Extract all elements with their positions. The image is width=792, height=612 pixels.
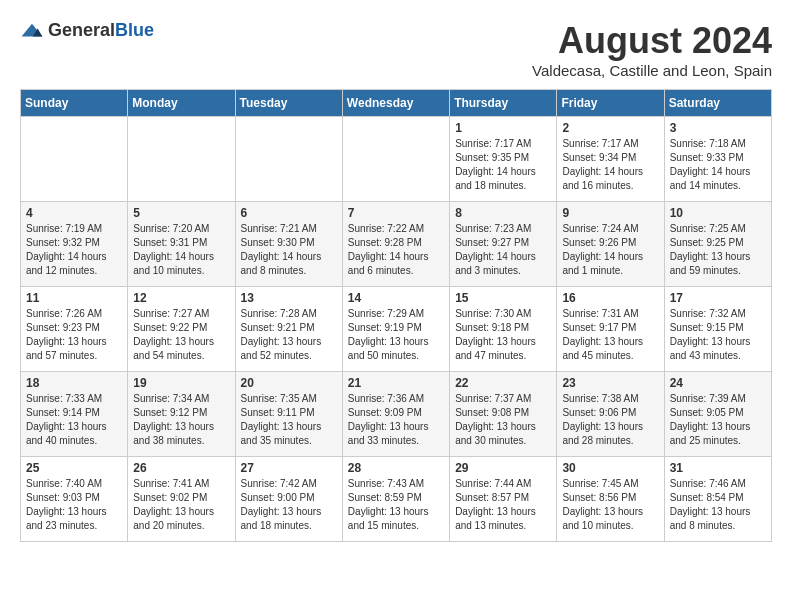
day-number: 1 — [455, 121, 551, 135]
day-number: 14 — [348, 291, 444, 305]
day-content: Sunrise: 7:17 AM Sunset: 9:34 PM Dayligh… — [562, 137, 658, 193]
day-number: 19 — [133, 376, 229, 390]
day-content: Sunrise: 7:32 AM Sunset: 9:15 PM Dayligh… — [670, 307, 766, 363]
calendar-cell: 9Sunrise: 7:24 AM Sunset: 9:26 PM Daylig… — [557, 202, 664, 287]
day-number: 2 — [562, 121, 658, 135]
day-number: 8 — [455, 206, 551, 220]
column-header-sunday: Sunday — [21, 90, 128, 117]
calendar-cell: 7Sunrise: 7:22 AM Sunset: 9:28 PM Daylig… — [342, 202, 449, 287]
calendar-cell: 21Sunrise: 7:36 AM Sunset: 9:09 PM Dayli… — [342, 372, 449, 457]
day-content: Sunrise: 7:31 AM Sunset: 9:17 PM Dayligh… — [562, 307, 658, 363]
day-content: Sunrise: 7:27 AM Sunset: 9:22 PM Dayligh… — [133, 307, 229, 363]
day-content: Sunrise: 7:19 AM Sunset: 9:32 PM Dayligh… — [26, 222, 122, 278]
page-header: GeneralBlue August 2024 Valdecasa, Casti… — [20, 20, 772, 79]
day-content: Sunrise: 7:36 AM Sunset: 9:09 PM Dayligh… — [348, 392, 444, 448]
calendar-cell — [21, 117, 128, 202]
calendar-cell: 19Sunrise: 7:34 AM Sunset: 9:12 PM Dayli… — [128, 372, 235, 457]
logo: GeneralBlue — [20, 20, 154, 41]
day-content: Sunrise: 7:40 AM Sunset: 9:03 PM Dayligh… — [26, 477, 122, 533]
day-content: Sunrise: 7:24 AM Sunset: 9:26 PM Dayligh… — [562, 222, 658, 278]
day-number: 7 — [348, 206, 444, 220]
day-number: 12 — [133, 291, 229, 305]
day-content: Sunrise: 7:22 AM Sunset: 9:28 PM Dayligh… — [348, 222, 444, 278]
day-number: 9 — [562, 206, 658, 220]
calendar-cell: 23Sunrise: 7:38 AM Sunset: 9:06 PM Dayli… — [557, 372, 664, 457]
calendar-cell: 1Sunrise: 7:17 AM Sunset: 9:35 PM Daylig… — [450, 117, 557, 202]
column-header-tuesday: Tuesday — [235, 90, 342, 117]
calendar-cell: 12Sunrise: 7:27 AM Sunset: 9:22 PM Dayli… — [128, 287, 235, 372]
calendar-cell: 25Sunrise: 7:40 AM Sunset: 9:03 PM Dayli… — [21, 457, 128, 542]
calendar-cell: 28Sunrise: 7:43 AM Sunset: 8:59 PM Dayli… — [342, 457, 449, 542]
calendar-cell: 14Sunrise: 7:29 AM Sunset: 9:19 PM Dayli… — [342, 287, 449, 372]
calendar-cell: 24Sunrise: 7:39 AM Sunset: 9:05 PM Dayli… — [664, 372, 771, 457]
day-content: Sunrise: 7:25 AM Sunset: 9:25 PM Dayligh… — [670, 222, 766, 278]
day-number: 28 — [348, 461, 444, 475]
day-number: 5 — [133, 206, 229, 220]
calendar-week-row: 11Sunrise: 7:26 AM Sunset: 9:23 PM Dayli… — [21, 287, 772, 372]
calendar-week-row: 18Sunrise: 7:33 AM Sunset: 9:14 PM Dayli… — [21, 372, 772, 457]
calendar-cell: 18Sunrise: 7:33 AM Sunset: 9:14 PM Dayli… — [21, 372, 128, 457]
day-content: Sunrise: 7:33 AM Sunset: 9:14 PM Dayligh… — [26, 392, 122, 448]
calendar-cell: 30Sunrise: 7:45 AM Sunset: 8:56 PM Dayli… — [557, 457, 664, 542]
day-number: 10 — [670, 206, 766, 220]
calendar-cell: 8Sunrise: 7:23 AM Sunset: 9:27 PM Daylig… — [450, 202, 557, 287]
calendar-cell: 3Sunrise: 7:18 AM Sunset: 9:33 PM Daylig… — [664, 117, 771, 202]
day-number: 30 — [562, 461, 658, 475]
day-content: Sunrise: 7:37 AM Sunset: 9:08 PM Dayligh… — [455, 392, 551, 448]
calendar-cell: 20Sunrise: 7:35 AM Sunset: 9:11 PM Dayli… — [235, 372, 342, 457]
day-number: 3 — [670, 121, 766, 135]
calendar-week-row: 1Sunrise: 7:17 AM Sunset: 9:35 PM Daylig… — [21, 117, 772, 202]
day-content: Sunrise: 7:38 AM Sunset: 9:06 PM Dayligh… — [562, 392, 658, 448]
day-content: Sunrise: 7:30 AM Sunset: 9:18 PM Dayligh… — [455, 307, 551, 363]
calendar-cell: 13Sunrise: 7:28 AM Sunset: 9:21 PM Dayli… — [235, 287, 342, 372]
day-content: Sunrise: 7:41 AM Sunset: 9:02 PM Dayligh… — [133, 477, 229, 533]
day-number: 16 — [562, 291, 658, 305]
column-header-wednesday: Wednesday — [342, 90, 449, 117]
calendar-header-row: SundayMondayTuesdayWednesdayThursdayFrid… — [21, 90, 772, 117]
day-number: 20 — [241, 376, 337, 390]
day-number: 17 — [670, 291, 766, 305]
calendar-cell — [128, 117, 235, 202]
calendar-cell: 16Sunrise: 7:31 AM Sunset: 9:17 PM Dayli… — [557, 287, 664, 372]
day-content: Sunrise: 7:44 AM Sunset: 8:57 PM Dayligh… — [455, 477, 551, 533]
calendar-cell: 17Sunrise: 7:32 AM Sunset: 9:15 PM Dayli… — [664, 287, 771, 372]
logo-icon — [20, 22, 44, 40]
day-content: Sunrise: 7:29 AM Sunset: 9:19 PM Dayligh… — [348, 307, 444, 363]
day-content: Sunrise: 7:23 AM Sunset: 9:27 PM Dayligh… — [455, 222, 551, 278]
day-number: 26 — [133, 461, 229, 475]
day-number: 6 — [241, 206, 337, 220]
column-header-monday: Monday — [128, 90, 235, 117]
title-block: August 2024 Valdecasa, Castille and Leon… — [532, 20, 772, 79]
day-content: Sunrise: 7:34 AM Sunset: 9:12 PM Dayligh… — [133, 392, 229, 448]
day-content: Sunrise: 7:20 AM Sunset: 9:31 PM Dayligh… — [133, 222, 229, 278]
day-content: Sunrise: 7:39 AM Sunset: 9:05 PM Dayligh… — [670, 392, 766, 448]
day-content: Sunrise: 7:28 AM Sunset: 9:21 PM Dayligh… — [241, 307, 337, 363]
day-number: 23 — [562, 376, 658, 390]
day-number: 27 — [241, 461, 337, 475]
calendar-cell: 11Sunrise: 7:26 AM Sunset: 9:23 PM Dayli… — [21, 287, 128, 372]
calendar-cell — [235, 117, 342, 202]
calendar-week-row: 25Sunrise: 7:40 AM Sunset: 9:03 PM Dayli… — [21, 457, 772, 542]
calendar-cell: 15Sunrise: 7:30 AM Sunset: 9:18 PM Dayli… — [450, 287, 557, 372]
calendar-cell: 31Sunrise: 7:46 AM Sunset: 8:54 PM Dayli… — [664, 457, 771, 542]
day-number: 31 — [670, 461, 766, 475]
calendar-cell: 5Sunrise: 7:20 AM Sunset: 9:31 PM Daylig… — [128, 202, 235, 287]
day-content: Sunrise: 7:42 AM Sunset: 9:00 PM Dayligh… — [241, 477, 337, 533]
day-number: 4 — [26, 206, 122, 220]
day-number: 29 — [455, 461, 551, 475]
column-header-saturday: Saturday — [664, 90, 771, 117]
day-number: 11 — [26, 291, 122, 305]
day-content: Sunrise: 7:26 AM Sunset: 9:23 PM Dayligh… — [26, 307, 122, 363]
logo-blue-text: Blue — [115, 20, 154, 40]
day-content: Sunrise: 7:17 AM Sunset: 9:35 PM Dayligh… — [455, 137, 551, 193]
calendar-cell: 6Sunrise: 7:21 AM Sunset: 9:30 PM Daylig… — [235, 202, 342, 287]
day-number: 13 — [241, 291, 337, 305]
calendar-cell: 2Sunrise: 7:17 AM Sunset: 9:34 PM Daylig… — [557, 117, 664, 202]
calendar-cell: 22Sunrise: 7:37 AM Sunset: 9:08 PM Dayli… — [450, 372, 557, 457]
calendar-week-row: 4Sunrise: 7:19 AM Sunset: 9:32 PM Daylig… — [21, 202, 772, 287]
day-number: 24 — [670, 376, 766, 390]
day-number: 21 — [348, 376, 444, 390]
calendar-cell: 10Sunrise: 7:25 AM Sunset: 9:25 PM Dayli… — [664, 202, 771, 287]
column-header-thursday: Thursday — [450, 90, 557, 117]
day-content: Sunrise: 7:35 AM Sunset: 9:11 PM Dayligh… — [241, 392, 337, 448]
